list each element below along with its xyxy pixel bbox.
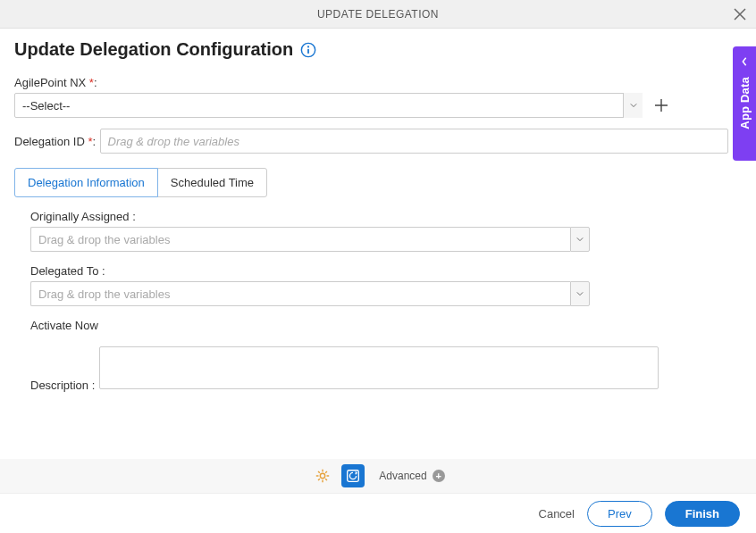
delegation-id-label: Delegation ID *: [14,135,96,148]
close-button[interactable] [731,5,749,23]
prev-button[interactable]: Prev [587,501,652,527]
cancel-button[interactable]: Cancel [539,507,575,521]
agilepoint-select-caret[interactable] [623,93,643,118]
tab-delegation-information[interactable]: Delegation Information [14,168,158,197]
delegation-id-input[interactable] [100,129,728,154]
originally-assigned-input[interactable] [30,227,570,252]
delegated-to-caret[interactable] [570,281,590,306]
activate-now-label: Activate Now [30,319,98,332]
agilepoint-label: AgilePoint NX *: [14,76,97,89]
delegated-to-input[interactable] [30,281,570,306]
dialog-title: UPDATE DELEGATION [317,8,439,21]
chevron-left-icon [740,57,749,66]
info-icon[interactable] [300,42,316,58]
page-title: Update Delegation Configuration [14,39,293,60]
dialog-header: UPDATE DELEGATION [0,0,756,29]
bottom-toolbar: Advanced + [0,459,756,493]
advanced-label: Advanced [379,470,426,482]
app-data-panel-toggle[interactable]: App Data [733,46,756,161]
advanced-toggle[interactable]: Advanced + [379,470,444,482]
plus-circle-icon: + [433,470,445,482]
tab-bar: Delegation Information Scheduled Time [14,168,742,197]
svg-point-3 [321,473,325,478]
add-agilepoint-button[interactable] [651,96,671,115]
description-label: Description : [30,379,95,392]
app-data-label: App Data [738,77,752,129]
close-icon [734,8,746,21]
agilepoint-select[interactable] [14,93,643,118]
svg-point-1 [307,46,309,47]
settings-button[interactable] [311,464,334,487]
svg-rect-4 [348,471,359,482]
plus-icon [654,98,668,112]
gear-icon [315,468,331,484]
svg-rect-2 [307,48,309,53]
originally-assigned-label: Originally Assigned : [30,210,136,223]
description-textarea[interactable] [99,346,659,389]
delegated-to-label: Delegated To : [30,264,105,278]
chevron-down-icon [576,237,584,242]
tab-scheduled-time[interactable]: Scheduled Time [157,168,267,197]
refresh-button[interactable] [341,464,365,487]
originally-assigned-caret[interactable] [570,227,590,252]
chevron-down-icon [630,103,637,108]
dialog-footer: Cancel Prev Finish [0,493,756,533]
refresh-icon [345,468,361,484]
chevron-down-icon [576,291,584,296]
finish-button[interactable]: Finish [665,501,740,527]
